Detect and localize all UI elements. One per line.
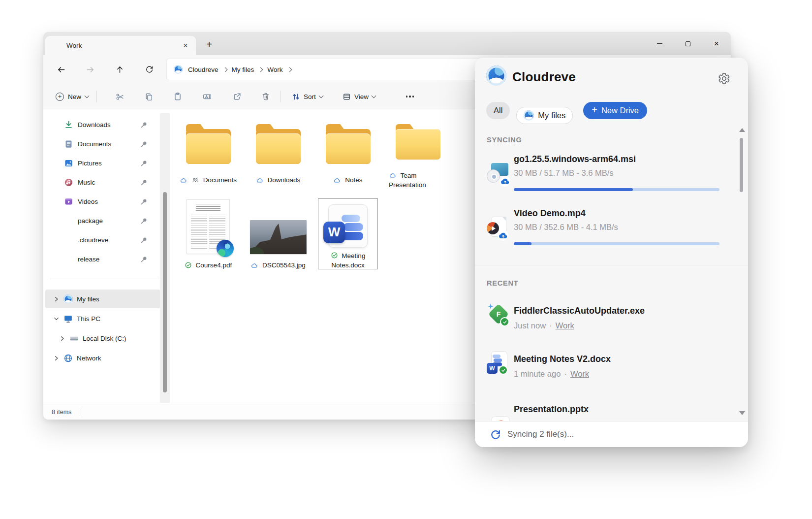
sync-item-msi[interactable]: go1.25.5.windows-arm64.msi 30 MB / 51.7 … [487, 154, 719, 201]
sidebar-item-my-files-selected[interactable]: My files [45, 290, 160, 308]
location-link[interactable]: Work [556, 321, 574, 330]
cut-button[interactable] [111, 88, 128, 105]
up-button[interactable] [111, 61, 128, 78]
sidebar-item-package[interactable]: package [43, 211, 166, 230]
scroll-up-icon[interactable] [739, 128, 745, 132]
progress-bar [514, 188, 719, 191]
breadcrumb-item-my-files[interactable]: My files [229, 66, 257, 73]
syncing-section-header: SYNCING [487, 136, 522, 144]
paste-button[interactable] [169, 88, 187, 105]
sidebar-item-cloudreve-folder[interactable]: .cloudreve [43, 230, 166, 250]
sync-progress-icon [490, 429, 501, 440]
close-button[interactable]: × [702, 32, 731, 55]
this-pc-icon [63, 314, 73, 324]
rename-button[interactable] [198, 88, 216, 105]
plus-icon: + [592, 104, 597, 116]
drive-tabs: All My files + New Drive [486, 97, 647, 124]
more-options-button[interactable] [401, 88, 419, 105]
sidebar-item-music[interactable]: Music [43, 173, 166, 192]
documents-icon [64, 139, 73, 149]
scroll-down-icon[interactable] [739, 411, 745, 415]
minimize-button[interactable] [645, 32, 674, 55]
file-tile-meeting-notes-docx-selected[interactable]: W Meeting Notes.docx [313, 198, 383, 270]
sidebar-item-network[interactable]: Network [45, 349, 160, 367]
chevron-right-icon[interactable] [59, 335, 66, 342]
delete-button[interactable] [257, 88, 275, 105]
sidebar-scrollbar[interactable] [160, 113, 170, 403]
pin-icon[interactable] [140, 121, 148, 129]
panel-scrollbar-thumb[interactable] [740, 138, 743, 192]
breadcrumb-item-work[interactable]: Work [265, 66, 285, 73]
sidebar-divider [50, 279, 159, 279]
tab-close-icon[interactable]: × [179, 39, 192, 52]
settings-button[interactable] [717, 71, 731, 85]
more-options-icon [406, 96, 414, 97]
chevron-right-icon[interactable] [53, 295, 60, 303]
msi-installer-icon [487, 162, 509, 185]
sync-item-video[interactable]: Video Demo.mp4 30 MB / 352.6 MB - 4.1 MB… [487, 208, 719, 256]
sidebar-item-documents[interactable]: Documents [43, 134, 166, 154]
pictures-icon [64, 159, 73, 168]
tab-my-files[interactable]: My files [516, 107, 573, 124]
folder-tile-downloads[interactable]: Downloads [243, 116, 313, 190]
exe-file-icon: F [487, 303, 509, 325]
pin-icon[interactable] [140, 256, 148, 263]
pin-icon[interactable] [140, 236, 148, 244]
back-button[interactable] [52, 61, 70, 78]
pin-icon[interactable] [140, 198, 148, 205]
sort-button[interactable]: Sort [288, 88, 327, 105]
sidebar-item-videos[interactable]: Videos [43, 192, 166, 211]
file-grid: Documents Downloads Notes [173, 116, 453, 270]
music-icon [64, 178, 73, 187]
sidebar-item-downloads[interactable]: Downloads [43, 115, 166, 134]
sidebar-item-pictures[interactable]: Pictures [43, 154, 166, 173]
pin-icon[interactable] [140, 160, 148, 167]
tab-work[interactable]: Work × [45, 36, 196, 55]
cloud-sync-icon [256, 177, 264, 184]
pin-icon[interactable] [140, 179, 148, 186]
pin-icon[interactable] [140, 217, 148, 225]
folder-icon [64, 255, 73, 264]
folder-tile-documents[interactable]: Documents [173, 116, 243, 190]
sidebar-scrollbar-thumb[interactable] [163, 192, 167, 392]
folder-icon [64, 216, 73, 226]
copy-button[interactable] [140, 88, 157, 105]
view-button[interactable]: View [339, 88, 379, 105]
pin-icon[interactable] [140, 140, 148, 148]
cloud-sync-icon [180, 177, 187, 184]
refresh-button[interactable] [140, 61, 158, 78]
recent-item-fiddler[interactable]: F FiddlerClassicAutoUpdater.exe Just now… [487, 300, 719, 345]
chevron-right-icon [287, 67, 292, 72]
maximize-button[interactable] [674, 32, 702, 55]
breadcrumb-item-cloudreve[interactable]: Cloudreve [186, 66, 221, 73]
videos-icon [64, 197, 73, 206]
chevron-right-icon[interactable] [53, 355, 60, 362]
sidebar-item-release[interactable]: release [43, 250, 166, 269]
synced-check-badge-icon [500, 317, 509, 326]
synced-check-icon [185, 261, 192, 269]
sidebar-item-this-pc[interactable]: This PC [45, 309, 160, 328]
downloads-icon [64, 120, 73, 130]
new-button[interactable]: + New [51, 88, 93, 105]
location-link[interactable]: Work [570, 369, 589, 379]
sidebar-item-local-disk-c[interactable]: Local Disk (C:) [45, 329, 160, 348]
forward-button[interactable] [81, 61, 99, 78]
recent-item-meeting-notes-v2[interactable]: W Meeting Notes V2.docx 1 minute ago · W… [487, 348, 719, 393]
tab-title: Work [66, 42, 82, 49]
folder-icon [325, 123, 372, 166]
chevron-down-icon[interactable] [53, 315, 60, 323]
new-drive-button[interactable]: + New Drive [583, 102, 647, 119]
new-tab-button[interactable]: + [202, 37, 217, 52]
share-button[interactable] [228, 88, 246, 105]
folder-tile-team-presentation[interactable]: Team Presentation [383, 116, 453, 190]
sync-status-text: Syncing 2 file(s)... [507, 429, 574, 439]
chevron-down-icon [372, 94, 376, 98]
chevron-right-icon [222, 67, 227, 72]
minimize-icon [657, 43, 662, 44]
folder-tile-notes[interactable]: Notes [313, 116, 383, 190]
file-tile-dsc05543-jpg[interactable]: DSC05543.jpg [243, 198, 313, 270]
tab-all[interactable]: All [486, 102, 510, 119]
shared-people-icon [191, 177, 199, 184]
synced-check-badge-icon [499, 365, 508, 375]
file-tile-course4-pdf[interactable]: Course4.pdf [173, 198, 243, 270]
